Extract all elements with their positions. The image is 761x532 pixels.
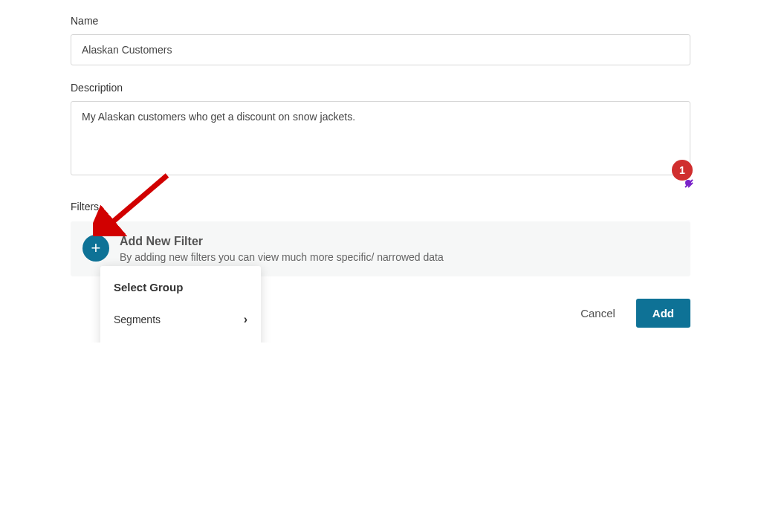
name-label: Name	[71, 15, 690, 27]
filters-label: Filters	[71, 201, 690, 213]
cancel-button[interactable]: Cancel	[580, 307, 615, 319]
dropdown-item-contact-details[interactable]: Contact Details›	[100, 335, 261, 343]
description-textarea[interactable]: My Alaskan customers who get a discount …	[71, 101, 690, 175]
plus-icon[interactable]: +	[82, 235, 109, 262]
description-label: Description	[71, 82, 690, 94]
resize-handle-icon[interactable]	[684, 178, 693, 187]
dropdown-item-segments[interactable]: Segments›	[100, 304, 261, 335]
dropdown-item-label: Segments	[114, 314, 161, 325]
dropdown-title: Select Group	[100, 276, 261, 304]
notification-badge[interactable]: 1	[672, 160, 693, 181]
add-button[interactable]: Add	[636, 299, 690, 328]
filter-title: Add New Filter	[120, 235, 444, 248]
filter-subtitle: By adding new filters you can view much …	[120, 251, 444, 263]
chevron-right-icon: ›	[244, 313, 247, 326]
select-group-dropdown: Select Group Segments›Contact Details›Us…	[100, 266, 261, 343]
name-input[interactable]	[71, 34, 690, 65]
add-filter-box[interactable]: + Add New Filter By adding new filters y…	[71, 221, 690, 276]
